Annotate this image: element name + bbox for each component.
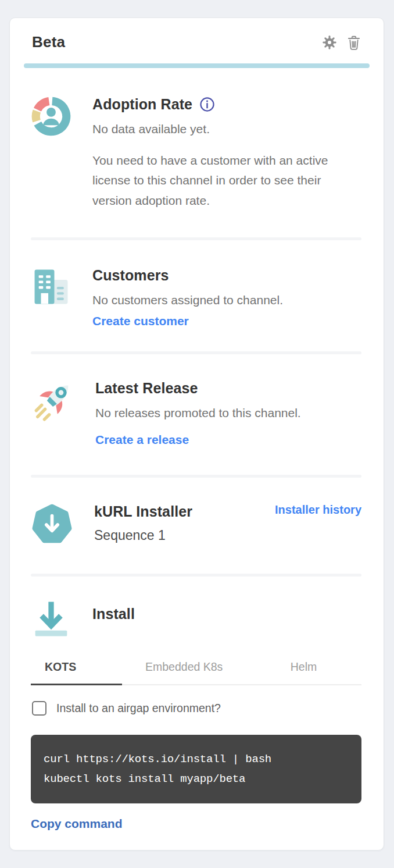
info-icon[interactable] (199, 97, 215, 112)
customers-content: Customers No customers assigned to chann… (92, 267, 361, 328)
header-actions (321, 34, 361, 51)
gear-icon[interactable] (321, 34, 338, 51)
buildings-icon (31, 267, 71, 328)
customers-empty-text: No customers assigned to channel. (92, 291, 361, 310)
heptagon-download-icon (31, 503, 73, 546)
page-background: Beta (0, 0, 394, 868)
installer-history-link[interactable]: Installer history (275, 503, 361, 517)
create-customer-link[interactable]: Create customer (92, 314, 189, 328)
kurl-installer-title: kURL Installer (94, 503, 192, 520)
command-line-2: kubectl kots install myapp/beta (44, 769, 356, 789)
customers-title: Customers (92, 267, 361, 284)
adoption-help-text: You need to have a customer with an acti… (92, 151, 361, 211)
customers-section: Customers No customers assigned to chann… (31, 240, 361, 351)
release-empty-text: No releases promoted to this channel. (95, 404, 361, 423)
installer-sequence: Sequence 1 (94, 528, 361, 543)
channel-card: Beta (9, 17, 384, 851)
install-tabs: KOTS Embedded K8s Helm (31, 654, 361, 685)
card-header: Beta (10, 18, 384, 51)
tab-helm[interactable]: Helm (246, 654, 361, 684)
card-body: Adoption Rate No data available yet. You… (10, 68, 384, 831)
airgap-checkbox[interactable] (32, 701, 46, 716)
adoption-empty-text: No data available yet. (92, 120, 361, 139)
kurl-installer-section: kURL Installer Installer history Sequenc… (31, 478, 361, 574)
channel-title: Beta (32, 33, 65, 51)
install-content: Install (92, 599, 361, 639)
create-release-link[interactable]: Create a release (95, 433, 189, 447)
airgap-label: Install to an airgap environment? (56, 702, 221, 715)
install-command-codeblock: curl https://kots.io/install | bashkubec… (31, 735, 361, 803)
tab-embedded-k8s[interactable]: Embedded K8s (122, 654, 246, 684)
donut-user-chart-icon (31, 96, 71, 211)
channel-accent-bar (24, 63, 370, 68)
download-arrow-icon (31, 599, 71, 639)
airgap-row: Install to an airgap environment? (31, 701, 361, 716)
install-section: Install (31, 577, 361, 639)
trash-icon[interactable] (346, 34, 361, 51)
copy-command-link[interactable]: Copy command (31, 817, 123, 831)
command-line-1: curl https://kots.io/install | bash (44, 749, 356, 769)
latest-release-section: Latest Release No releases promoted to t… (31, 354, 361, 475)
rocket-icon (31, 380, 74, 447)
adoption-rate-title: Adoption Rate (92, 96, 192, 113)
adoption-rate-content: Adoption Rate No data available yet. You… (92, 96, 361, 211)
install-title: Install (92, 606, 361, 622)
latest-release-content: Latest Release No releases promoted to t… (95, 380, 361, 447)
latest-release-title: Latest Release (95, 380, 361, 397)
adoption-rate-section: Adoption Rate No data available yet. You… (31, 68, 361, 237)
tab-kots[interactable]: KOTS (31, 654, 122, 685)
kurl-installer-content: kURL Installer Installer history Sequenc… (94, 503, 361, 546)
